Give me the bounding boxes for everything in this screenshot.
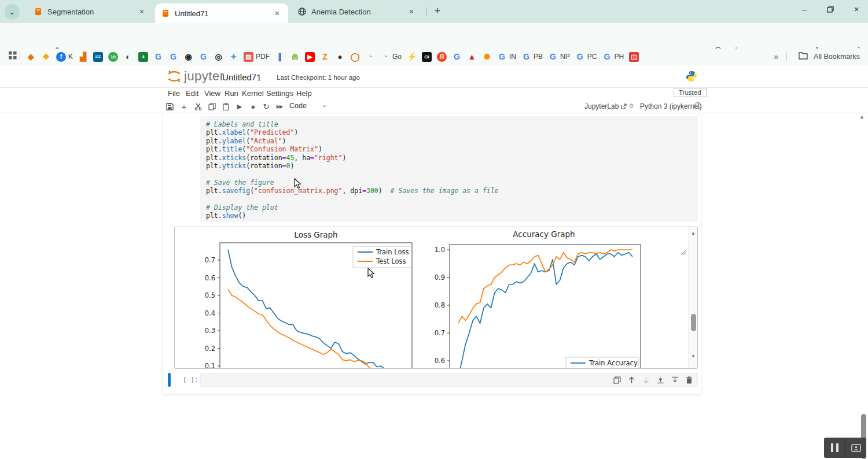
menu-item-settings[interactable]: Settings (266, 89, 293, 98)
picture-in-picture-button[interactable] (845, 438, 866, 458)
cell-type-dropdown[interactable]: Code (289, 102, 307, 110)
insert-cell-below-icon[interactable] (670, 375, 679, 384)
bookmark-item[interactable]: ◯ (350, 52, 360, 62)
tab-close-icon[interactable]: × (406, 6, 417, 17)
bookmark-item[interactable]: GPC (575, 52, 597, 62)
bookmark-item[interactable]: ∥ (275, 52, 285, 62)
insert-cell-above-icon[interactable] (656, 375, 665, 384)
bookmark-item[interactable]: ◐ (123, 52, 133, 62)
bookmark-favicon: GI (422, 52, 432, 62)
bookmark-item[interactable]: ❖ (41, 52, 51, 62)
bookmarks-overflow-icon[interactable]: » (774, 52, 778, 61)
pause-button[interactable] (824, 438, 845, 458)
bookmark-favicon: G (521, 52, 531, 62)
open-in-jupyterlab-link[interactable]: JupyterLab (584, 102, 627, 110)
menu-item-run[interactable]: Run (225, 89, 238, 98)
restart-kernel-button[interactable]: ↻ (260, 101, 272, 112)
bookmark-item[interactable]: ▶ (305, 52, 315, 62)
save-button[interactable] (164, 101, 175, 112)
code-cell-editor[interactable]: # Labels and titleplt.xlabel("Predicted"… (200, 116, 698, 222)
empty-code-cell: [ ]: (163, 373, 702, 388)
bookmark-item[interactable]: G (452, 52, 462, 62)
bookmark-item[interactable]: ◆ (26, 52, 36, 62)
delete-cell-icon[interactable] (685, 375, 694, 384)
menu-item-view[interactable]: View (204, 89, 220, 98)
window-restore-button[interactable] (818, 0, 843, 18)
duplicate-cell-icon[interactable] (612, 375, 621, 384)
jupyter-menubar: FileEditViewRunKernelSettingsHelp Truste… (0, 88, 868, 101)
python-logo-icon (686, 71, 697, 84)
scroll-down-icon[interactable]: ▼ (689, 352, 698, 360)
bookmark-item[interactable]: ⚡ (407, 52, 417, 62)
menu-item-edit[interactable]: Edit (186, 89, 198, 98)
tab-segmentation[interactable]: Segmentation × (28, 0, 153, 23)
scroll-up-icon[interactable]: ▲ (689, 229, 698, 237)
bookmark-label: NP (560, 53, 570, 61)
apps-grid-icon[interactable] (8, 51, 17, 62)
move-up-icon[interactable] (627, 375, 636, 384)
code-line: plt.show() (206, 212, 692, 220)
kernel-name[interactable]: Python 3 (ipykernel) (640, 102, 702, 110)
tab-close-icon[interactable]: × (137, 6, 147, 17)
bookmark-item[interactable]: ▤PDF (244, 52, 270, 62)
bookmark-item[interactable]: ✦ (229, 52, 238, 62)
bookmark-item[interactable]: 10 (108, 52, 118, 62)
trusted-badge[interactable]: Trusted (674, 88, 707, 97)
bookmark-item[interactable]: G (198, 52, 208, 62)
move-down-icon[interactable] (641, 375, 650, 384)
notebook-title[interactable]: Untitled71 (222, 72, 262, 82)
menu-item-help[interactable]: Help (296, 89, 312, 98)
bookmark-item[interactable]: Я (437, 52, 447, 62)
bookmark-item[interactable]: GNP (548, 52, 570, 62)
tab-anemia-detection[interactable]: Anemia Detection × (292, 0, 422, 23)
bookmark-item[interactable]: + (138, 52, 148, 62)
output-scrollbar[interactable]: ▲ ▼ (688, 227, 697, 368)
tab-close-icon[interactable]: × (272, 8, 282, 18)
all-bookmarks-button[interactable]: All Bookmarks (814, 53, 860, 61)
tab-search-button[interactable]: ⌄ (5, 4, 20, 19)
code-line: # Labels and title (206, 120, 692, 128)
chevron-down-icon[interactable]: ⌄ (322, 101, 327, 109)
bookmark-item[interactable]: ◔Go (380, 52, 402, 62)
bookmark-item[interactable]: ◎ (214, 52, 223, 62)
menu-item-kernel[interactable]: Kernel (242, 89, 264, 98)
cell-input[interactable] (200, 373, 698, 387)
page-scroll-up-icon[interactable]: ▲ (859, 114, 865, 120)
menu-item-file[interactable]: File (168, 89, 180, 98)
bookmark-item[interactable]: G (168, 52, 178, 62)
window-close-button[interactable]: × (844, 0, 868, 18)
bookmark-item[interactable]: fK (56, 52, 73, 62)
bookmark-item[interactable]: ⋒ (290, 52, 300, 62)
bookmark-item[interactable]: GPB (521, 52, 543, 62)
bookmark-item[interactable]: Z (320, 52, 330, 62)
bookmark-favicon: ▟ (78, 52, 88, 62)
bookmark-item[interactable]: G (153, 52, 163, 62)
bookmark-item[interactable]: ◉ (183, 52, 193, 62)
bookmark-item[interactable]: GIN (497, 52, 516, 62)
run-cell-button[interactable]: ▶ (234, 101, 245, 112)
gear-icon[interactable]: ⚙ (628, 102, 634, 110)
window-minimize-button[interactable]: – (792, 0, 817, 18)
bookmark-item[interactable]: ✺ (482, 52, 492, 62)
bookmark-item[interactable]: GI (422, 52, 432, 62)
new-tab-button[interactable]: + (431, 5, 444, 18)
bookmark-item[interactable]: ◔ (365, 52, 375, 62)
bookmark-item[interactable]: ● (335, 52, 345, 62)
copy-cells-button[interactable] (206, 101, 218, 112)
bookmark-item[interactable]: ◫ (629, 52, 639, 62)
cell-output-area: Loss Graph0.70.60.50.40.30.20.1Train Los… (174, 227, 698, 369)
output-resize-handle[interactable] (680, 247, 686, 254)
bookmark-item[interactable]: IEE (93, 52, 103, 62)
bookmark-item[interactable]: ▟ (78, 52, 88, 62)
output-scrollbar-thumb[interactable] (691, 314, 696, 331)
paste-cells-button[interactable] (220, 101, 231, 112)
cut-cells-button[interactable] (192, 101, 204, 112)
restart-run-all-button[interactable]: ▶▶ (274, 101, 285, 112)
bookmark-item[interactable]: GPH (602, 52, 624, 62)
tab-divider (426, 7, 427, 16)
bookmark-favicon: ◔ (365, 52, 375, 62)
add-cell-button[interactable]: + (178, 101, 190, 112)
bookmark-item[interactable]: ▲ (467, 52, 477, 62)
tab-untitled71[interactable]: Untitled71 × (155, 3, 288, 23)
interrupt-kernel-button[interactable]: ■ (247, 101, 259, 112)
